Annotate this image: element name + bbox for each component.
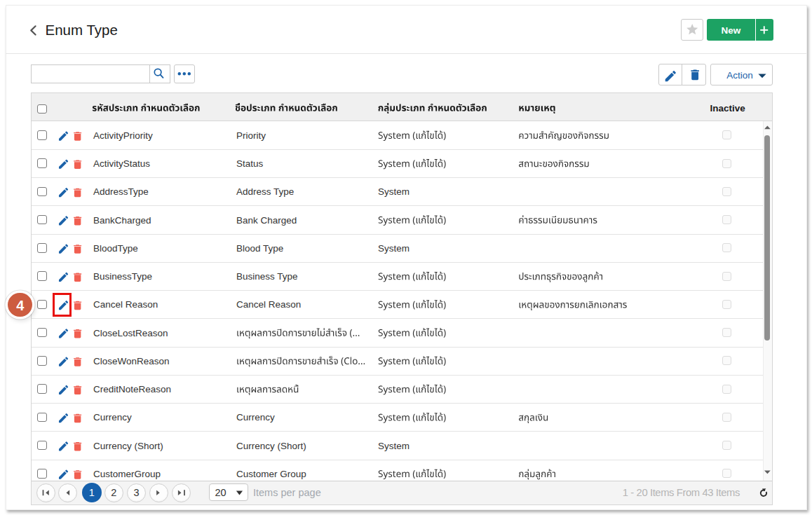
svg-text:Address Type: Address Type <box>236 186 294 197</box>
svg-text:Customer Group: Customer Group <box>236 469 306 479</box>
svg-text:ActivityPriority: ActivityPriority <box>93 130 153 141</box>
svg-text:CloseWonReason: CloseWonReason <box>93 356 170 366</box>
svg-text:CustomerGroup: CustomerGroup <box>93 469 161 479</box>
svg-text:Cancel Reason: Cancel Reason <box>236 299 301 310</box>
svg-text:2: 2 <box>111 487 116 498</box>
svg-text:CreditNoteReason: CreditNoteReason <box>93 384 171 394</box>
svg-text:System: System <box>378 243 410 254</box>
svg-text:Blood Type: Blood Type <box>236 243 283 254</box>
svg-text:1 - 20 Items From 43 Items: 1 - 20 Items From 43 Items <box>623 487 740 498</box>
svg-text:AddressType: AddressType <box>93 186 149 197</box>
svg-text:System: System <box>378 441 410 451</box>
svg-text:Bank Charged: Bank Charged <box>236 215 297 226</box>
svg-text:4: 4 <box>16 298 25 313</box>
svg-text:Priority: Priority <box>236 130 266 141</box>
svg-text:3: 3 <box>133 487 139 498</box>
svg-text:Cancel Reason: Cancel Reason <box>93 299 158 310</box>
svg-text:Enum Type: Enum Type <box>46 22 118 38</box>
svg-text:Status: Status <box>236 158 264 169</box>
svg-text:1: 1 <box>89 487 95 498</box>
svg-text:System: System <box>378 186 410 197</box>
svg-text:Action: Action <box>726 70 753 81</box>
svg-text:Currency: Currency <box>93 412 132 423</box>
svg-text:CloseLostReason: CloseLostReason <box>93 328 168 338</box>
svg-text:Items per page: Items per page <box>253 487 321 498</box>
svg-text:BloodType: BloodType <box>93 243 138 254</box>
svg-text:Business Type: Business Type <box>236 271 298 282</box>
svg-text:20: 20 <box>215 487 226 498</box>
svg-text:Currency: Currency <box>236 412 275 423</box>
svg-text:ActivityStatus: ActivityStatus <box>93 158 150 169</box>
svg-text:BankCharged: BankCharged <box>93 215 151 226</box>
svg-text:BusinessType: BusinessType <box>93 271 152 282</box>
svg-text:New: New <box>722 25 741 36</box>
svg-text:Inactive: Inactive <box>710 103 746 114</box>
svg-text:Currency (Short): Currency (Short) <box>236 441 306 451</box>
svg-text:Currency (Short): Currency (Short) <box>93 441 163 451</box>
